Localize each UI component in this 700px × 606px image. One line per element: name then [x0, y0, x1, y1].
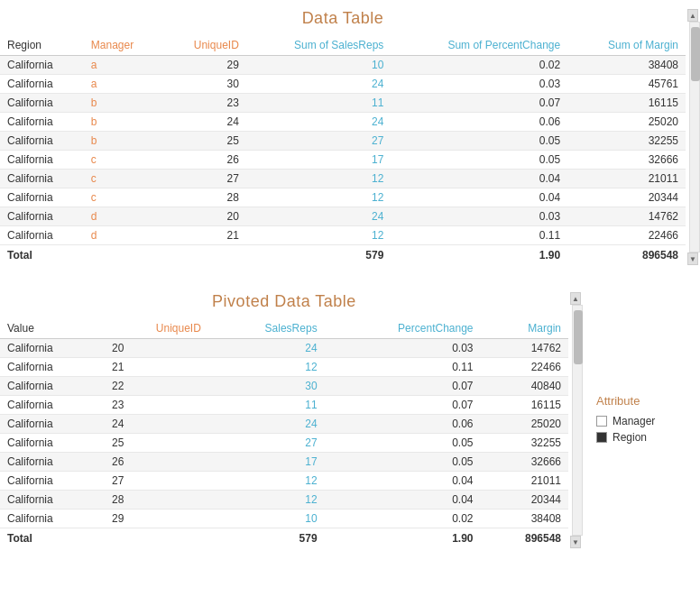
cell-salesreps: 27 [246, 132, 391, 151]
cell-percentchange: 0.04 [325, 491, 481, 510]
cell-salesreps: 12 [208, 491, 325, 510]
cell-uniqueid: 21 [105, 358, 208, 377]
bottom-table-row: California27120.0421011 [0, 472, 568, 491]
top-table-row: Californiad21120.1122466 [0, 226, 686, 245]
cell-region: California [0, 170, 84, 188]
col-header-margin2: Margin [481, 318, 569, 339]
top-table-row: Californiab24240.0625020 [0, 113, 686, 132]
cell-salesreps: 12 [208, 358, 325, 377]
cell-value: California [0, 491, 105, 510]
cell-uniqueid: 28 [105, 491, 208, 510]
top-table-row: Californiaa30240.0345761 [0, 75, 686, 94]
cell-uniqueid: 22 [105, 377, 208, 396]
cell-value: California [0, 434, 105, 453]
top-table-wrapper: Data Table Region Manager UniqueID Sum o… [0, 9, 686, 265]
cell-uniqueid: 30 [163, 75, 246, 94]
cell-percentchange: 0.07 [325, 396, 481, 415]
cell-margin: 25020 [567, 113, 686, 132]
cell-region: California [0, 56, 84, 75]
top-table-row: Californiab25270.0532255 [0, 132, 686, 151]
col-header-percentchange2: PercentChange [325, 318, 481, 339]
bottom-table-row: California25270.0532255 [0, 434, 568, 453]
bottom-scrollbar-thumb[interactable] [574, 310, 583, 364]
cell-manager: b [84, 132, 163, 151]
cell-region: California [0, 151, 84, 170]
cell-percentchange: 0.04 [325, 472, 481, 491]
bottom-footer-salesreps: 579 [208, 528, 325, 549]
cell-manager: c [84, 188, 163, 207]
cell-percentchange: 0.03 [391, 75, 567, 94]
cell-uniqueid: 29 [105, 510, 208, 528]
top-scrollbar: ▲ ▼ [687, 9, 700, 265]
cell-margin: 14762 [567, 207, 686, 226]
cell-uniqueid: 20 [163, 207, 246, 226]
col-header-salesreps2: SalesReps [208, 318, 325, 339]
bottom-table-wrapper: Pivoted Data Table Value UniqueID SalesR… [0, 292, 568, 548]
cell-uniqueid: 20 [105, 339, 208, 358]
cell-manager: b [84, 94, 163, 113]
bottom-section: Pivoted Data Table Value UniqueID SalesR… [0, 292, 700, 548]
cell-region: California [0, 132, 84, 151]
top-table-row: Californiac26170.0532666 [0, 151, 686, 170]
cell-margin: 22466 [481, 358, 569, 377]
cell-manager: a [84, 75, 163, 94]
cell-region: California [0, 188, 84, 207]
legend-swatch-region [596, 432, 607, 443]
cell-margin: 16115 [481, 396, 569, 415]
top-table-row: Californiab23110.0716115 [0, 94, 686, 113]
cell-uniqueid: 25 [163, 132, 246, 151]
top-table-row: Californiac27120.0421011 [0, 170, 686, 188]
cell-value: California [0, 358, 105, 377]
bottom-table-row: California28120.0420344 [0, 491, 568, 510]
bottom-table-title: Pivoted Data Table [0, 292, 568, 311]
cell-value: California [0, 510, 105, 528]
top-table-row: Californiaa29100.0238408 [0, 56, 686, 75]
cell-margin: 45761 [567, 75, 686, 94]
cell-margin: 20344 [481, 491, 569, 510]
legend-item-manager: Manager [596, 415, 686, 427]
cell-uniqueid: 25 [105, 434, 208, 453]
cell-percentchange: 0.11 [325, 358, 481, 377]
col-header-manager: Manager [84, 35, 163, 56]
bottom-scrollbar-track[interactable] [572, 305, 583, 536]
cell-salesreps: 30 [208, 377, 325, 396]
cell-salesreps: 11 [246, 94, 391, 113]
top-footer-salesreps: 579 [246, 245, 391, 266]
cell-uniqueid: 26 [105, 453, 208, 472]
bottom-footer-empty [105, 528, 208, 549]
bottom-scroll-down[interactable]: ▼ [570, 536, 581, 548]
cell-manager: a [84, 56, 163, 75]
cell-percentchange: 0.07 [391, 94, 567, 113]
bottom-scroll-up[interactable]: ▲ [570, 292, 581, 305]
cell-manager: d [84, 207, 163, 226]
cell-value: California [0, 453, 105, 472]
legend-label-region: Region [612, 431, 647, 444]
cell-percentchange: 0.04 [391, 188, 567, 207]
cell-percentchange: 0.06 [391, 113, 567, 132]
cell-percentchange: 0.02 [325, 510, 481, 528]
cell-salesreps: 24 [246, 75, 391, 94]
cell-uniqueid: 23 [105, 396, 208, 415]
top-table-title: Data Table [0, 9, 686, 28]
col-header-salesreps: Sum of SalesReps [246, 35, 391, 56]
legend-box: Attribute Manager Region [583, 292, 700, 548]
col-header-value: Value [0, 318, 105, 339]
cell-percentchange: 0.07 [325, 377, 481, 396]
cell-percentchange: 0.04 [391, 170, 567, 188]
cell-salesreps: 12 [208, 472, 325, 491]
bottom-table-row: California23110.0716115 [0, 396, 568, 415]
scroll-down-arrow[interactable]: ▼ [687, 252, 698, 265]
bottom-table-row: California26170.0532666 [0, 453, 568, 472]
cell-region: California [0, 113, 84, 132]
legend-item-region: Region [596, 431, 686, 444]
scroll-up-arrow[interactable]: ▲ [687, 9, 698, 22]
cell-manager: d [84, 226, 163, 245]
bottom-scrollbar: ▲ ▼ [570, 292, 583, 548]
legend-swatch-manager [596, 416, 607, 427]
scrollbar-thumb[interactable] [691, 27, 700, 81]
cell-salesreps: 24 [246, 113, 391, 132]
cell-value: California [0, 377, 105, 396]
scrollbar-track[interactable] [689, 22, 700, 252]
cell-percentchange: 0.05 [391, 151, 567, 170]
legend-title: Attribute [596, 394, 686, 408]
